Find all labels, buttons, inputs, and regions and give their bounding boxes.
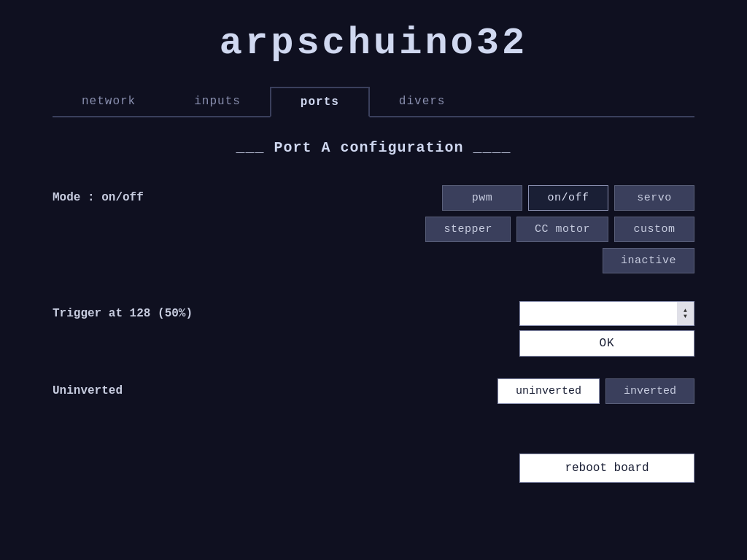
mode-btn-pwm[interactable]: pwm (442, 185, 522, 211)
mode-btn-row-2: stepper CC motor custom (425, 217, 694, 242)
trigger-row: Trigger at 128 (50%) ▲ ▼ OK (53, 301, 694, 357)
uninverted-button[interactable]: uninverted (498, 378, 600, 404)
mode-controls: pwm on/off servo stepper CC motor custom… (257, 185, 694, 279)
inverted-button[interactable]: inverted (605, 378, 694, 404)
mode-btn-row-3: inactive (603, 248, 694, 273)
app-title: arpschuino32 (220, 22, 527, 65)
tab-network[interactable]: network (53, 87, 165, 116)
mode-btn-inactive[interactable]: inactive (603, 248, 694, 273)
tab-inputs[interactable]: inputs (165, 87, 270, 116)
page-content: ___ Port A configuration ____ Mode : on/… (53, 139, 694, 483)
mode-btn-row-1: pwm on/off servo (442, 185, 694, 211)
invert-btn-row: uninverted inverted (498, 378, 694, 404)
mode-btn-servo[interactable]: servo (614, 185, 694, 211)
trigger-select-wrapper: ▲ ▼ (519, 301, 694, 326)
invert-row: Uninverted uninverted inverted (53, 378, 694, 410)
tab-bar: network inputs ports divers (53, 87, 694, 117)
invert-label: Uninverted (53, 378, 257, 397)
trigger-label: Trigger at 128 (50%) (53, 301, 257, 320)
trigger-select[interactable] (519, 301, 694, 326)
mode-btn-custom[interactable]: custom (614, 217, 694, 242)
ok-button[interactable]: OK (519, 330, 694, 357)
reboot-button[interactable]: reboot board (519, 454, 694, 483)
mode-btn-ccmotor[interactable]: CC motor (516, 217, 608, 242)
section-title: ___ Port A configuration ____ (236, 139, 511, 156)
mode-btn-stepper[interactable]: stepper (425, 217, 511, 242)
trigger-controls: ▲ ▼ OK (257, 301, 694, 357)
mode-btn-onoff[interactable]: on/off (528, 185, 608, 211)
reboot-row: reboot board (53, 439, 694, 483)
tab-ports[interactable]: ports (270, 87, 370, 117)
mode-label: Mode : on/off (53, 185, 257, 204)
mode-row: Mode : on/off pwm on/off servo stepper C… (53, 185, 694, 279)
tab-divers[interactable]: divers (370, 87, 475, 116)
invert-controls: uninverted inverted (257, 378, 694, 410)
